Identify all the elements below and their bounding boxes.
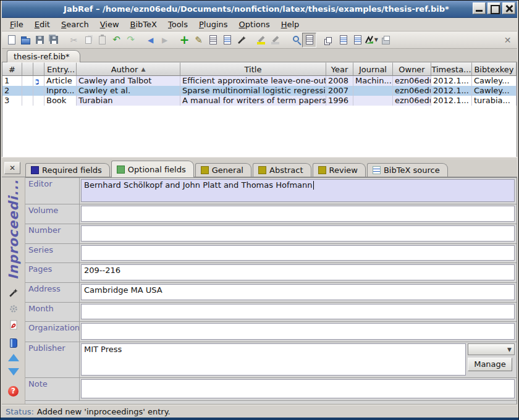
write-xmp-button[interactable] [336, 33, 350, 48]
column-header-icon2[interactable] [33, 62, 44, 76]
search-button[interactable] [288, 33, 302, 48]
generate-key-button[interactable] [8, 287, 19, 298]
menu-plugins[interactable]: Plugins [193, 19, 234, 30]
database-tab[interactable]: thesis-ref.bib* [7, 50, 80, 62]
column-header-owner[interactable]: Owner [393, 62, 431, 76]
open-url-button[interactable] [8, 337, 19, 348]
next-entry-button[interactable] [8, 366, 19, 377]
cell-bibtexkey: Cawley... [472, 86, 517, 96]
settings-button[interactable] [8, 303, 19, 314]
cell-bibtexkey: Cawley... [472, 76, 517, 86]
menu-options[interactable]: Options [234, 19, 276, 30]
tab-general[interactable]: General [195, 163, 251, 177]
redo-button[interactable]: ↷ [124, 33, 138, 48]
database-tab-label: thesis-ref.bib* [14, 52, 70, 61]
cut-button[interactable]: ✂ [67, 33, 81, 48]
save-database-button[interactable] [33, 33, 47, 48]
number-field-input[interactable] [81, 225, 515, 242]
table-empty-area [2, 106, 517, 157]
cell-icon1 [22, 76, 33, 86]
column-header-author[interactable]: Author ▲ [77, 62, 180, 76]
save-all-button[interactable] [47, 33, 61, 48]
close-x-icon: ✕ [9, 164, 15, 172]
column-header-number[interactable]: # [2, 62, 22, 76]
previous-entry-button[interactable] [8, 352, 19, 363]
cell-number: 1 [2, 76, 22, 86]
cell-timestamp: 2012.1... [431, 86, 472, 96]
forward-button[interactable]: ▶ [158, 33, 172, 48]
table-row[interactable]: 3 Book Turabian A manual for writers of … [2, 96, 517, 106]
column-header-bibtexkey[interactable]: Bibtexkey [472, 62, 517, 76]
arrow-down-icon [8, 368, 19, 376]
table-row-selected[interactable]: 2 Inpro... Cawley et al. Sparse multinom… [2, 86, 517, 96]
tab-bibtex-source[interactable]: BibTeX source [367, 163, 448, 177]
note-field-input[interactable] [81, 379, 515, 398]
mark-entries-button[interactable]: ▼ [365, 33, 379, 48]
tab-optional-fields[interactable]: Optional fields [111, 161, 194, 177]
publisher-field-input[interactable]: MIT Press [81, 343, 466, 376]
column-header-year[interactable]: Year [326, 62, 353, 76]
entry-link-icon[interactable]: ▶ [35, 79, 39, 85]
menu-bibtex[interactable]: BibTeX [125, 19, 162, 30]
paste-button[interactable] [95, 33, 109, 48]
edit-preamble-button[interactable] [206, 33, 220, 48]
editor-field-input[interactable]: Bernhard Schölkopf and John Platt and Th… [81, 179, 515, 202]
column-header-icon1[interactable] [22, 62, 33, 76]
toolbar-close-button[interactable]: ✕ [500, 33, 515, 48]
address-field-input[interactable]: Cambridge MA USA [81, 284, 515, 300]
new-database-button[interactable] [4, 33, 19, 48]
edit-entry-button[interactable]: ✎ [192, 33, 206, 48]
new-entry-from-plain-text-button[interactable] [234, 33, 248, 48]
edit-strings-button[interactable] [220, 33, 234, 48]
pages-field-input[interactable]: 209--216 [81, 264, 515, 280]
field-cell [80, 322, 517, 342]
column-header-entrytype[interactable]: Entry... [44, 62, 77, 76]
organization-field-input[interactable] [81, 323, 515, 340]
menu-view[interactable]: View [95, 19, 125, 30]
insert-citation-button[interactable] [379, 33, 393, 48]
menu-file[interactable]: File [4, 19, 29, 30]
column-header-journal[interactable]: Journal [353, 62, 393, 76]
toolbar-separator [248, 34, 254, 46]
new-entry-button[interactable]: + [177, 33, 192, 48]
scissors-icon: ✂ [70, 35, 78, 45]
tab-required-fields[interactable]: Required fields [25, 163, 110, 177]
pages-field-text: 209--216 [84, 266, 120, 275]
field-label-number: Number [25, 224, 80, 243]
general-icon [201, 166, 209, 174]
open-pdf-button[interactable] [8, 319, 19, 330]
tab-review[interactable]: Review [313, 163, 366, 177]
push-to-application-button[interactable] [350, 33, 365, 48]
window-controls [473, 2, 515, 14]
close-icon[interactable] [502, 2, 515, 14]
menu-help[interactable]: Help [276, 19, 305, 30]
back-button[interactable]: ◀ [143, 33, 158, 48]
new-window-button[interactable] [322, 33, 336, 48]
menu-edit[interactable]: Edit [29, 19, 56, 30]
column-header-title[interactable]: Title [180, 62, 326, 76]
volume-field-input[interactable] [81, 206, 515, 222]
toggle-preview-button[interactable] [302, 33, 316, 48]
cell-owner: ezn06edu [393, 86, 431, 96]
menu-search[interactable]: Search [56, 19, 95, 30]
entry-editor-close-button[interactable]: ✕ [4, 162, 20, 174]
copy-button[interactable] [81, 33, 95, 48]
undo-button[interactable]: ↶ [109, 33, 124, 48]
column-header-timestamp[interactable]: Timesta... [431, 62, 472, 76]
series-field-input[interactable] [81, 245, 515, 261]
highlight-button[interactable] [254, 33, 268, 48]
tab-abstract[interactable]: Abstract [253, 163, 311, 177]
minimize-icon[interactable] [473, 2, 486, 14]
help-button[interactable] [8, 385, 19, 397]
clear-highlight-button[interactable] [268, 33, 282, 48]
toolbar-separator [138, 34, 143, 46]
table-row[interactable]: 1 ▶ Article Cawley and Talbot Efficient … [2, 76, 517, 86]
manage-button[interactable]: Manage [468, 358, 512, 371]
open-database-button[interactable] [19, 33, 33, 48]
maximize-icon[interactable] [487, 2, 500, 14]
menu-tools[interactable]: Tools [162, 19, 193, 30]
toolbar-separator [61, 34, 67, 46]
publisher-select[interactable]: ▼ [468, 343, 515, 355]
cell-entrytype: Article [44, 76, 77, 86]
month-field-input[interactable] [81, 304, 515, 319]
